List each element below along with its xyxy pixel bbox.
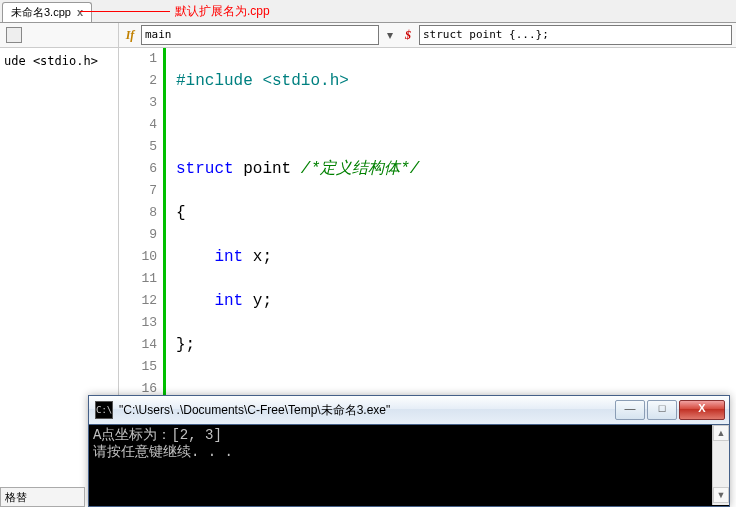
console-icon: C:\ — [95, 401, 113, 419]
maximize-button[interactable]: □ — [647, 400, 677, 420]
annotation-line — [80, 11, 170, 12]
console-title: "C:\Users\ .\Documents\C-Free\Temp\未命名3.… — [119, 402, 615, 419]
scroll-up-icon[interactable]: ▲ — [713, 425, 729, 441]
function-select-right[interactable]: struct point {...}; — [419, 25, 732, 45]
scroll-down-icon[interactable]: ▼ — [713, 487, 729, 503]
dropdown-icon[interactable]: ▾ — [383, 28, 397, 42]
editor-pane: If main ▾ $ struct point {...}; 1234 567… — [119, 23, 736, 403]
tab-title: 未命名3.cpp — [11, 6, 71, 18]
left-snippet: ude <stdio.h> — [0, 48, 118, 74]
function-bar: If main ▾ $ struct point {...}; — [119, 23, 736, 48]
minimize-button[interactable]: — — [615, 400, 645, 420]
panel-icon[interactable] — [6, 27, 22, 43]
left-toolbar — [0, 23, 118, 48]
tab-close-icon[interactable]: x — [77, 6, 83, 18]
window-buttons: — □ X — [615, 400, 725, 420]
function-select-left[interactable]: main — [141, 25, 379, 45]
annotation-text: 默认扩展名为.cpp — [175, 3, 270, 20]
code-area[interactable]: 1234 5678 9101112 13141516 #include <std… — [119, 48, 736, 403]
main-area: ude <stdio.h> If main ▾ $ struct point {… — [0, 23, 736, 403]
console-scrollbar[interactable]: ▲ ▼ — [712, 425, 729, 505]
close-button[interactable]: X — [679, 400, 725, 420]
code-text[interactable]: #include <stdio.h> struct point /*定义结构体*… — [166, 48, 736, 403]
console-body[interactable]: A点坐标为：[2, 3] 请按任意键继续. . . ▲ ▼ — [89, 425, 729, 505]
fn-icon: If — [123, 28, 137, 42]
bottom-tab[interactable]: 格替 — [0, 487, 85, 507]
line-gutter: 1234 5678 9101112 13141516 — [119, 48, 163, 403]
console-window: C:\ "C:\Users\ .\Documents\C-Free\Temp\未… — [88, 395, 730, 507]
console-titlebar[interactable]: C:\ "C:\Users\ .\Documents\C-Free\Temp\未… — [89, 396, 729, 425]
left-pane: ude <stdio.h> — [0, 23, 119, 403]
tab-bar: 未命名3.cppx 默认扩展名为.cpp — [0, 0, 736, 23]
struct-icon: $ — [401, 28, 415, 42]
console-output: A点坐标为：[2, 3] 请按任意键继续. . . — [89, 425, 729, 463]
file-tab[interactable]: 未命名3.cppx — [2, 2, 92, 22]
